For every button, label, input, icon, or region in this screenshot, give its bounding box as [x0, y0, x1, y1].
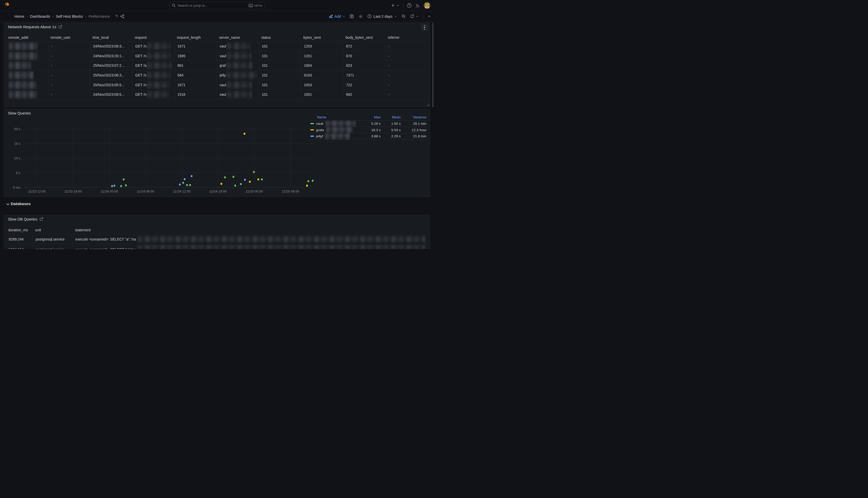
data-point-vault[interactable]	[120, 185, 122, 187]
zoom-out-time-button[interactable]	[402, 14, 406, 18]
user-avatar[interactable]	[424, 2, 430, 9]
cell-remote-addr	[6, 90, 48, 99]
breadcrumb-folder[interactable]: Self Host Blocks	[56, 14, 83, 18]
data-point-vault[interactable]	[111, 185, 113, 187]
share-button[interactable]	[120, 14, 124, 18]
legend-header-mean[interactable]: Mean	[381, 115, 401, 119]
column-header-time_local[interactable]: time_local	[91, 34, 133, 41]
data-point-jellyf[interactable]	[179, 184, 180, 186]
legend-max-value: 18.3 s	[360, 128, 381, 132]
time-range-picker[interactable]: Last 2 days	[367, 14, 397, 18]
column-header-remote_user[interactable]: remote_user	[48, 34, 90, 41]
legend-header-max[interactable]: Max	[360, 115, 381, 119]
save-dashboard-button[interactable]	[350, 14, 354, 18]
data-point-grafa[interactable]	[249, 181, 250, 183]
chevron-down-icon	[416, 15, 419, 18]
column-header-request_length[interactable]: request_length	[175, 34, 217, 41]
external-link-icon[interactable]	[40, 217, 43, 221]
legend-variance-value: 29.1 min	[401, 122, 426, 126]
grafana-logo-icon[interactable]	[4, 2, 11, 9]
redacted-value	[147, 91, 169, 98]
data-point-vault[interactable]	[224, 176, 226, 179]
panel-title-row[interactable]: Slow Queries	[8, 111, 31, 115]
column-header-server_name[interactable]: server_name	[217, 34, 259, 41]
top-bar: ctrl+k	[0, 0, 434, 11]
breadcrumb-dashboards[interactable]: Dashboards	[30, 14, 50, 18]
data-point-jellyf[interactable]	[191, 175, 192, 177]
data-point-vault[interactable]	[233, 176, 234, 178]
data-point-vault[interactable]	[261, 179, 263, 181]
dashboard-settings-button[interactable]	[358, 14, 363, 19]
data-point-grafa[interactable]	[243, 133, 245, 135]
data-point-vault[interactable]	[312, 180, 313, 182]
legend-series-swatch	[310, 129, 314, 131]
redacted-value	[226, 62, 253, 69]
menu-toggle-button[interactable]	[3, 13, 11, 20]
data-point-grafa[interactable]	[221, 183, 222, 185]
column-header-duration_ms[interactable]: duration_ms	[6, 227, 33, 234]
panel-title-row[interactable]: Network Requests Above 1s	[8, 25, 62, 29]
data-point-vault[interactable]	[253, 171, 255, 173]
data-point-jellyf[interactable]	[114, 185, 116, 187]
data-point-vault[interactable]	[123, 179, 124, 181]
panel-menu-button[interactable]	[421, 24, 428, 31]
column-header-referrer[interactable]: referrer	[386, 34, 428, 41]
help-button[interactable]	[407, 3, 412, 8]
section-databases[interactable]: Databases	[4, 200, 430, 208]
refresh-button[interactable]	[410, 14, 419, 18]
column-header-request[interactable]: request	[133, 34, 175, 41]
x-gridline	[254, 124, 255, 187]
favorite-button[interactable]	[114, 14, 118, 18]
collapse-nav-button[interactable]	[428, 15, 431, 18]
data-point-vault[interactable]	[186, 184, 188, 186]
request-prefix: GET /n	[135, 54, 147, 58]
data-point-vault[interactable]	[182, 182, 184, 184]
help-icon	[407, 3, 412, 8]
data-point-grafa[interactable]	[306, 185, 308, 187]
data-point-grafa[interactable]	[257, 179, 259, 181]
data-point-vault[interactable]	[234, 185, 236, 187]
legend-series-name[interactable]: grafa	[310, 127, 360, 133]
search-input[interactable]	[177, 4, 247, 8]
news-button[interactable]	[415, 3, 420, 8]
cell-remote-addr	[6, 51, 48, 61]
page-scrollbar[interactable]	[432, 23, 434, 249]
column-header-status[interactable]: status	[259, 34, 301, 41]
new-menu-button[interactable]	[391, 3, 399, 8]
cell-duration-ms: 8289.244	[6, 234, 33, 244]
legend-header-name[interactable]: Name	[310, 115, 360, 119]
breadcrumb-home[interactable]: Home	[14, 14, 24, 18]
add-panel-button[interactable]: Add	[329, 14, 345, 18]
redacted-value	[9, 91, 37, 98]
data-point-vault[interactable]	[240, 183, 242, 185]
legend-header-variance[interactable]: Variance	[401, 115, 426, 119]
legend-mean-value: 1.92 s	[381, 122, 401, 126]
external-link-icon[interactable]	[58, 25, 62, 29]
cell-status: 101	[259, 70, 301, 80]
panel-resize-handle[interactable]	[427, 104, 429, 106]
global-search[interactable]: ctrl+k	[169, 2, 265, 9]
data-point-jellyf[interactable]	[244, 179, 246, 181]
data-point-jellyf[interactable]	[184, 178, 186, 180]
cell-status: 101	[259, 42, 301, 51]
x-axis-label: 11/23 12:00	[28, 189, 46, 193]
column-header-statement[interactable]: statement	[73, 227, 428, 234]
column-header-body_bytes_sent[interactable]: body_bytes_sent	[343, 34, 385, 41]
column-header-bytes_sent[interactable]: bytes_sent	[301, 34, 343, 41]
legend-series-name[interactable]: vault	[310, 121, 360, 127]
panel-title: Slow Queries	[8, 111, 31, 115]
data-point-vault[interactable]	[308, 180, 309, 182]
slow-queries-plot[interactable]: 0 ms5 s10 s15 s20 s11/23 12:0011/23 18:0…	[23, 124, 313, 187]
column-header-remote_addr[interactable]: remote_addr	[6, 34, 48, 41]
data-point-vault[interactable]	[189, 184, 191, 186]
cell-body-bytes-sent: 872	[343, 42, 385, 51]
legend-mean-value: 5.03 s	[381, 128, 401, 132]
panel-title-row[interactable]: Slow DB Queries	[8, 217, 43, 221]
redacted-value	[325, 133, 350, 140]
legend-series-name[interactable]: jellyf	[310, 133, 360, 140]
x-gridline	[290, 124, 291, 187]
cell-request: GET /n	[133, 51, 175, 61]
data-point-vault[interactable]	[125, 184, 127, 186]
x-axis-label: 11/24 06:00	[137, 189, 154, 193]
column-header-unit[interactable]: unit	[33, 227, 73, 234]
